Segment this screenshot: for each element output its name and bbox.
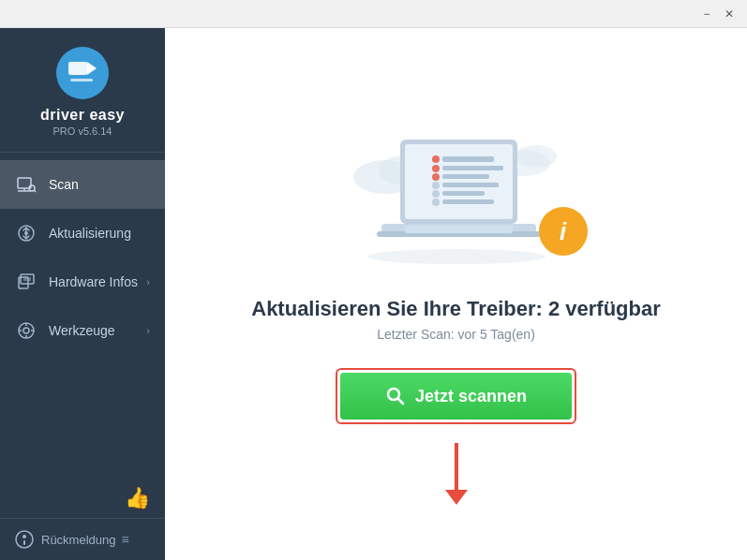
svg-rect-2: [70, 79, 93, 81]
sidebar: driver easy PRO v5.6.14 Scan: [0, 28, 165, 560]
svg-point-43: [432, 182, 440, 189]
werkzeuge-chevron-icon: ›: [146, 325, 150, 336]
logo-version: PRO v5.6.14: [53, 125, 112, 137]
svg-rect-1: [68, 62, 87, 75]
ruckmeldung-label: Rückmeldung: [41, 533, 116, 547]
svg-point-11: [24, 231, 28, 235]
svg-point-44: [432, 190, 440, 198]
aktualisierung-nav-label: Aktualisierung: [49, 226, 150, 241]
hardware-infos-nav-icon: [15, 271, 37, 293]
sidebar-item-scan[interactable]: Scan: [0, 160, 165, 209]
main-content: i Aktualisieren Sie Ihre Treiber: 2 verf…: [165, 28, 747, 560]
svg-rect-34: [442, 156, 494, 162]
svg-rect-37: [442, 183, 499, 187]
svg-line-8: [34, 190, 36, 192]
main-layout: driver easy PRO v5.6.14 Scan: [0, 28, 747, 560]
arrow-indicator: [445, 443, 468, 505]
ruckmeldung-icon: [15, 530, 34, 549]
svg-point-45: [432, 199, 440, 206]
scan-button[interactable]: Jetzt scannen: [340, 373, 572, 420]
logo-text: driver easy: [40, 107, 125, 124]
svg-rect-13: [21, 274, 34, 284]
laptop-illustration: i: [335, 83, 578, 274]
sidebar-item-werkzeuge[interactable]: Werkzeuge ›: [0, 306, 165, 355]
svg-rect-38: [442, 191, 485, 196]
svg-rect-24: [23, 540, 25, 545]
svg-rect-33: [405, 144, 513, 219]
scan-button-label: Jetzt scannen: [415, 387, 527, 406]
svg-point-40: [432, 155, 440, 163]
sidebar-item-aktualisierung[interactable]: Aktualisierung: [0, 209, 165, 258]
sidebar-nav: Scan Aktualisierung: [0, 153, 165, 479]
hardware-infos-nav-label: Hardware Infos: [49, 274, 146, 289]
scan-nav-icon: [15, 173, 37, 196]
close-button[interactable]: ✕: [719, 4, 740, 24]
titlebar: − ✕: [0, 0, 747, 28]
minimize-button[interactable]: −: [696, 4, 717, 24]
arrow-head: [445, 490, 468, 505]
svg-point-29: [515, 145, 557, 168]
thumbs-up-area: 👍: [0, 479, 165, 518]
ruckmeldung-button[interactable]: Rückmeldung ≡: [15, 530, 129, 549]
svg-line-48: [397, 399, 403, 405]
hardware-infos-chevron-icon: ›: [146, 276, 150, 287]
svg-point-22: [16, 531, 33, 548]
subtitle: Letzter Scan: vor 5 Tag(en): [377, 327, 535, 342]
scan-button-icon: [385, 386, 406, 406]
thumbs-up-icon[interactable]: 👍: [125, 486, 150, 510]
werkzeuge-nav-icon: [15, 319, 37, 342]
driver-easy-logo-icon: [56, 47, 109, 99]
main-title: Aktualisieren Sie Ihre Treiber: 2 verfüg…: [251, 297, 661, 321]
svg-point-25: [367, 249, 545, 264]
scan-button-wrapper: Jetzt scannen: [336, 368, 576, 424]
scan-nav-label: Scan: [49, 177, 150, 192]
svg-rect-36: [442, 174, 489, 179]
svg-rect-46: [405, 226, 513, 233]
werkzeuge-nav-label: Werkzeuge: [49, 323, 146, 338]
svg-point-23: [22, 535, 26, 538]
aktualisierung-nav-icon: [15, 222, 37, 244]
sidebar-item-hardware-infos[interactable]: Hardware Infos ›: [0, 258, 165, 306]
info-badge: i: [539, 207, 588, 256]
svg-rect-39: [442, 199, 494, 204]
ruckmeldung-menu-icon: ≡: [122, 532, 129, 547]
svg-point-17: [23, 328, 29, 333]
arrow-line: [455, 443, 458, 490]
svg-rect-35: [442, 166, 503, 170]
sidebar-logo: driver easy PRO v5.6.14: [0, 28, 165, 153]
svg-point-41: [432, 165, 440, 172]
svg-point-42: [432, 173, 440, 181]
sidebar-footer: Rückmeldung ≡: [0, 518, 165, 560]
